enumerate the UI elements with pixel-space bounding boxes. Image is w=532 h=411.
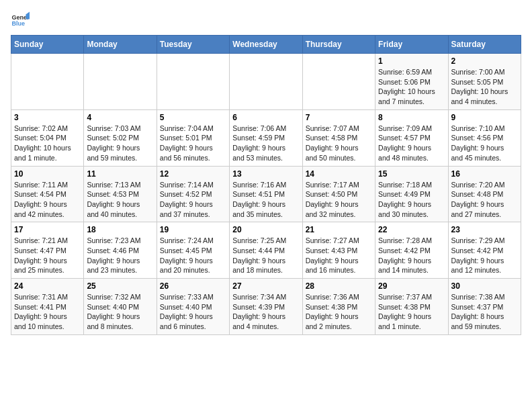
calendar-cell: 29Sunrise: 7:37 AM Sunset: 4:38 PM Dayli…: [375, 279, 448, 335]
day-info: Sunrise: 7:04 AM Sunset: 5:01 PM Dayligh…: [160, 124, 226, 163]
day-info: Sunrise: 7:00 AM Sunset: 5:05 PM Dayligh…: [451, 67, 518, 107]
day-number: 24: [14, 281, 81, 291]
day-number: 19: [160, 225, 226, 234]
calendar-cell: 10Sunrise: 7:11 AM Sunset: 4:54 PM Dayli…: [11, 166, 84, 222]
day-info: Sunrise: 7:18 AM Sunset: 4:49 PM Dayligh…: [378, 180, 445, 220]
calendar-cell: 30Sunrise: 7:38 AM Sunset: 4:37 PM Dayli…: [448, 279, 521, 335]
calendar-cell: 9Sunrise: 7:10 AM Sunset: 4:56 PM Daylig…: [448, 109, 521, 166]
calendar-cell: 2Sunrise: 7:00 AM Sunset: 5:05 PM Daylig…: [448, 54, 521, 110]
day-info: Sunrise: 7:28 AM Sunset: 4:42 PM Dayligh…: [378, 236, 445, 275]
weekday-header: Sunday: [11, 36, 84, 54]
day-info: Sunrise: 7:37 AM Sunset: 4:38 PM Dayligh…: [378, 292, 445, 332]
calendar-cell: 27Sunrise: 7:34 AM Sunset: 4:39 PM Dayli…: [230, 279, 302, 335]
day-info: Sunrise: 7:09 AM Sunset: 4:57 PM Dayligh…: [378, 124, 445, 163]
day-number: 13: [232, 169, 299, 179]
calendar-cell: 13Sunrise: 7:16 AM Sunset: 4:51 PM Dayli…: [230, 166, 302, 222]
day-number: 2: [451, 56, 518, 66]
day-number: 3: [14, 113, 81, 122]
day-info: Sunrise: 7:10 AM Sunset: 4:56 PM Dayligh…: [451, 124, 518, 163]
day-number: 29: [378, 281, 445, 291]
day-number: 27: [232, 281, 299, 291]
day-info: Sunrise: 7:11 AM Sunset: 4:54 PM Dayligh…: [14, 180, 81, 220]
day-number: 23: [451, 225, 518, 234]
calendar-cell: 28Sunrise: 7:36 AM Sunset: 4:38 PM Dayli…: [302, 279, 375, 335]
day-info: Sunrise: 7:34 AM Sunset: 4:39 PM Dayligh…: [232, 292, 299, 332]
day-info: Sunrise: 7:02 AM Sunset: 5:04 PM Dayligh…: [14, 124, 81, 163]
day-info: Sunrise: 7:29 AM Sunset: 4:42 PM Dayligh…: [451, 236, 518, 275]
weekday-header: Wednesday: [230, 36, 302, 54]
page-header: General Blue: [11, 11, 521, 30]
calendar-cell: 4Sunrise: 7:03 AM Sunset: 5:02 PM Daylig…: [84, 109, 157, 166]
calendar-header-row: SundayMondayTuesdayWednesdayThursdayFrid…: [11, 36, 521, 54]
svg-text:Blue: Blue: [11, 20, 25, 27]
day-info: Sunrise: 7:16 AM Sunset: 4:51 PM Dayligh…: [232, 180, 299, 220]
calendar-cell: 20Sunrise: 7:25 AM Sunset: 4:44 PM Dayli…: [230, 222, 302, 279]
day-number: 15: [378, 169, 445, 179]
calendar-week-row: 3Sunrise: 7:02 AM Sunset: 5:04 PM Daylig…: [11, 109, 521, 166]
calendar-cell: 12Sunrise: 7:14 AM Sunset: 4:52 PM Dayli…: [157, 166, 229, 222]
day-number: 21: [306, 225, 372, 234]
calendar-week-row: 10Sunrise: 7:11 AM Sunset: 4:54 PM Dayli…: [11, 166, 521, 222]
calendar-cell: [11, 54, 84, 110]
day-info: Sunrise: 7:06 AM Sunset: 4:59 PM Dayligh…: [232, 124, 299, 163]
calendar-cell: 7Sunrise: 7:07 AM Sunset: 4:58 PM Daylig…: [302, 109, 375, 166]
calendar-week-row: 17Sunrise: 7:21 AM Sunset: 4:47 PM Dayli…: [11, 222, 521, 279]
day-number: 30: [451, 281, 518, 291]
day-number: 1: [378, 56, 445, 66]
day-info: Sunrise: 7:25 AM Sunset: 4:44 PM Dayligh…: [232, 236, 299, 275]
calendar-cell: 18Sunrise: 7:23 AM Sunset: 4:46 PM Dayli…: [84, 222, 157, 279]
day-number: 16: [451, 169, 518, 179]
calendar-cell: 8Sunrise: 7:09 AM Sunset: 4:57 PM Daylig…: [375, 109, 448, 166]
day-number: 14: [306, 169, 372, 179]
day-number: 10: [14, 169, 81, 179]
day-info: Sunrise: 7:21 AM Sunset: 4:47 PM Dayligh…: [14, 236, 81, 275]
calendar-cell: 1Sunrise: 6:59 AM Sunset: 5:06 PM Daylig…: [375, 54, 448, 110]
calendar-cell: 14Sunrise: 7:17 AM Sunset: 4:50 PM Dayli…: [302, 166, 375, 222]
calendar-cell: 11Sunrise: 7:13 AM Sunset: 4:53 PM Dayli…: [84, 166, 157, 222]
weekday-header: Monday: [84, 36, 157, 54]
day-info: Sunrise: 7:17 AM Sunset: 4:50 PM Dayligh…: [306, 180, 372, 220]
calendar-cell: [84, 54, 157, 110]
calendar-cell: 3Sunrise: 7:02 AM Sunset: 5:04 PM Daylig…: [11, 109, 84, 166]
day-number: 12: [160, 169, 226, 179]
logo: General Blue: [11, 11, 32, 30]
day-number: 22: [378, 225, 445, 234]
calendar-cell: 19Sunrise: 7:24 AM Sunset: 4:45 PM Dayli…: [157, 222, 229, 279]
day-number: 6: [232, 113, 299, 122]
calendar-cell: 23Sunrise: 7:29 AM Sunset: 4:42 PM Dayli…: [448, 222, 521, 279]
day-info: Sunrise: 7:07 AM Sunset: 4:58 PM Dayligh…: [306, 124, 372, 163]
calendar-week-row: 1Sunrise: 6:59 AM Sunset: 5:06 PM Daylig…: [11, 54, 521, 110]
weekday-header: Tuesday: [157, 36, 229, 54]
day-number: 18: [87, 225, 153, 234]
calendar-cell: 24Sunrise: 7:31 AM Sunset: 4:41 PM Dayli…: [11, 279, 84, 335]
weekday-header: Saturday: [448, 36, 521, 54]
day-number: 8: [378, 113, 445, 122]
calendar-cell: 15Sunrise: 7:18 AM Sunset: 4:49 PM Dayli…: [375, 166, 448, 222]
day-number: 26: [160, 281, 226, 291]
calendar-cell: 25Sunrise: 7:32 AM Sunset: 4:40 PM Dayli…: [84, 279, 157, 335]
day-info: Sunrise: 7:03 AM Sunset: 5:02 PM Dayligh…: [87, 124, 153, 163]
day-number: 5: [160, 113, 226, 122]
day-info: Sunrise: 7:31 AM Sunset: 4:41 PM Dayligh…: [14, 292, 81, 332]
calendar-cell: [230, 54, 302, 110]
calendar-cell: 26Sunrise: 7:33 AM Sunset: 4:40 PM Dayli…: [157, 279, 229, 335]
day-info: Sunrise: 7:14 AM Sunset: 4:52 PM Dayligh…: [160, 180, 226, 220]
calendar-cell: 16Sunrise: 7:20 AM Sunset: 4:48 PM Dayli…: [448, 166, 521, 222]
calendar-cell: [157, 54, 229, 110]
weekday-header: Friday: [375, 36, 448, 54]
day-info: Sunrise: 7:13 AM Sunset: 4:53 PM Dayligh…: [87, 180, 153, 220]
day-number: 9: [451, 113, 518, 122]
day-info: Sunrise: 7:32 AM Sunset: 4:40 PM Dayligh…: [87, 292, 153, 332]
day-info: Sunrise: 7:38 AM Sunset: 4:37 PM Dayligh…: [451, 292, 518, 332]
day-number: 17: [14, 225, 81, 234]
day-number: 4: [87, 113, 153, 122]
day-number: 20: [232, 225, 299, 234]
day-info: Sunrise: 7:20 AM Sunset: 4:48 PM Dayligh…: [451, 180, 518, 220]
calendar-cell: 22Sunrise: 7:28 AM Sunset: 4:42 PM Dayli…: [375, 222, 448, 279]
day-number: 25: [87, 281, 153, 291]
calendar-table: SundayMondayTuesdayWednesdayThursdayFrid…: [11, 35, 521, 335]
calendar-cell: 21Sunrise: 7:27 AM Sunset: 4:43 PM Dayli…: [302, 222, 375, 279]
calendar-cell: 6Sunrise: 7:06 AM Sunset: 4:59 PM Daylig…: [230, 109, 302, 166]
day-info: Sunrise: 7:23 AM Sunset: 4:46 PM Dayligh…: [87, 236, 153, 275]
calendar-week-row: 24Sunrise: 7:31 AM Sunset: 4:41 PM Dayli…: [11, 279, 521, 335]
